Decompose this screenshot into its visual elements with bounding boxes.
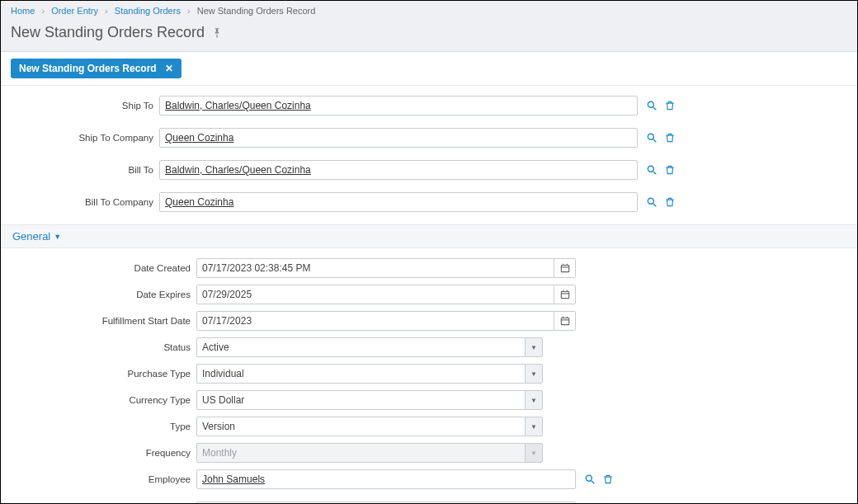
- svg-point-20: [586, 475, 592, 481]
- search-icon[interactable]: [646, 132, 658, 144]
- calendar-icon[interactable]: [554, 311, 576, 331]
- label-frequency: Frequency: [11, 448, 196, 458]
- svg-line-21: [592, 481, 595, 484]
- trash-icon[interactable]: [664, 164, 676, 176]
- ship-to-input[interactable]: [159, 96, 638, 115]
- chevron-down-icon[interactable]: ▼: [525, 364, 543, 384]
- svg-point-6: [648, 198, 653, 204]
- tab-bar: New Standing Orders Record ✕: [1, 52, 857, 86]
- breadcrumb: Home › Order Entry › Standing Orders › N…: [11, 6, 847, 16]
- search-icon[interactable]: [584, 473, 596, 485]
- pin-icon[interactable]: [211, 27, 223, 39]
- chevron-down-icon: ▼: [54, 233, 61, 241]
- crumb-sep: ›: [187, 6, 191, 16]
- section-general-header[interactable]: General ▼: [1, 224, 857, 248]
- search-icon[interactable]: [646, 100, 658, 111]
- close-icon[interactable]: ✕: [165, 63, 173, 74]
- purchase-type-select[interactable]: Individual: [196, 364, 525, 384]
- currency-type-select[interactable]: US Dollar: [196, 390, 525, 410]
- fulfillment-start-input[interactable]: 07/17/2023: [196, 311, 554, 331]
- page-title: New Standing Orders Record: [11, 24, 205, 41]
- crumb-standing-orders[interactable]: Standing Orders: [115, 6, 181, 16]
- trash-icon[interactable]: [602, 473, 614, 485]
- tab-label: New Standing Orders Record: [19, 63, 157, 74]
- svg-line-7: [653, 204, 657, 207]
- label-date-created: Date Created: [11, 263, 196, 273]
- label-fulfillment-start: Fulfillment Start Date: [11, 316, 196, 326]
- date-created-input[interactable]: 07/17/2023 02:38:45 PM: [196, 258, 554, 278]
- search-icon[interactable]: [646, 164, 658, 176]
- label-employee: Employee: [11, 474, 196, 484]
- crumb-sep: ›: [105, 6, 108, 16]
- label-bill-to-company: Bill To Company: [11, 197, 159, 207]
- type-select[interactable]: Version: [196, 417, 525, 436]
- tab-record[interactable]: New Standing Orders Record ✕: [11, 59, 182, 78]
- label-status: Status: [11, 342, 196, 352]
- label-currency-type: Currency Type: [11, 395, 196, 405]
- svg-rect-12: [561, 292, 568, 299]
- label-ship-to-company: Ship To Company: [11, 133, 159, 143]
- calendar-icon[interactable]: [554, 258, 576, 278]
- svg-point-2: [648, 134, 653, 139]
- trash-icon[interactable]: [664, 132, 676, 144]
- svg-line-5: [653, 172, 657, 175]
- section-general-label: General: [12, 230, 50, 243]
- svg-point-4: [648, 166, 653, 172]
- chevron-down-icon: ▼: [525, 443, 543, 463]
- chevron-down-icon[interactable]: ▼: [525, 417, 543, 436]
- crumb-sep: ›: [41, 6, 45, 16]
- frequency-select: Monthly: [196, 443, 525, 463]
- date-expires-input[interactable]: 07/29/2025: [196, 285, 554, 304]
- svg-line-1: [653, 107, 657, 111]
- label-ship-to: Ship To: [11, 101, 159, 111]
- trash-icon[interactable]: [664, 100, 676, 111]
- search-icon[interactable]: [646, 196, 658, 208]
- label-type: Type: [11, 422, 196, 431]
- label-date-expires: Date Expires: [11, 290, 196, 299]
- label-bill-to: Bill To: [11, 165, 159, 175]
- header-bar: Home › Order Entry › Standing Orders › N…: [1, 1, 857, 52]
- calendar-icon[interactable]: [554, 285, 576, 304]
- label-purchase-type: Purchase Type: [11, 369, 196, 379]
- ship-to-company-input[interactable]: [159, 128, 638, 148]
- bill-to-input[interactable]: [159, 160, 638, 180]
- employee-input[interactable]: [196, 469, 576, 489]
- svg-line-3: [653, 139, 657, 143]
- crumb-order-entry[interactable]: Order Entry: [51, 6, 98, 16]
- svg-point-0: [648, 101, 653, 107]
- svg-rect-16: [561, 318, 568, 325]
- chevron-down-icon[interactable]: ▼: [525, 337, 543, 357]
- bill-to-company-input[interactable]: [159, 192, 638, 212]
- crumb-home[interactable]: Home: [11, 6, 35, 16]
- svg-rect-8: [561, 266, 568, 272]
- trash-icon[interactable]: [664, 196, 676, 208]
- status-select[interactable]: Active: [196, 337, 525, 357]
- crumb-current: New Standing Orders Record: [197, 6, 316, 16]
- chevron-down-icon[interactable]: ▼: [525, 390, 543, 410]
